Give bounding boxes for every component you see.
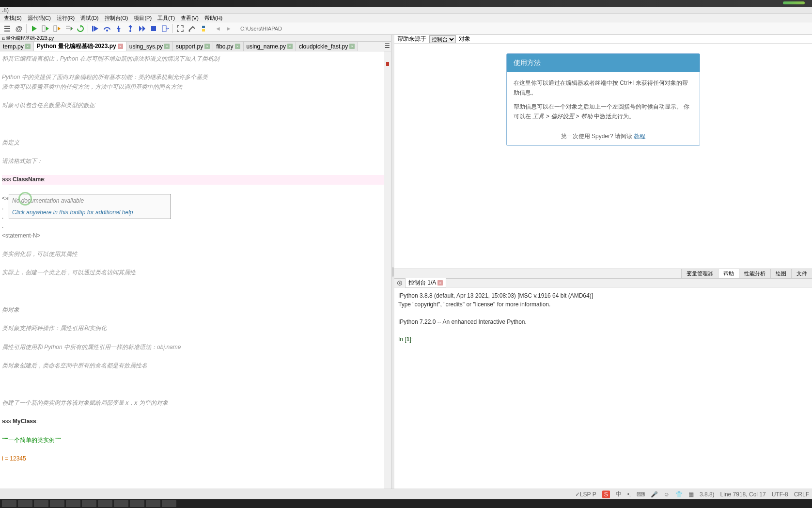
close-icon[interactable]: ×: [235, 44, 240, 49]
tab-files[interactable]: 文件: [791, 269, 812, 278]
help-card: 使用方法 在这里你可以通过在编辑器或者终端中按 Ctrl+I 来获得任何对象的帮…: [506, 53, 700, 146]
status-grid-icon[interactable]: ▦: [688, 491, 694, 498]
at-icon[interactable]: @: [14, 23, 24, 34]
file-tab-support[interactable]: support.py×: [173, 42, 213, 51]
file-tab-temp[interactable]: temp.py×: [0, 42, 34, 51]
menu-console[interactable]: 控制台(O): [102, 14, 131, 22]
tooltip-help-link[interactable]: Click anywhere in this tooltip for addit…: [12, 208, 168, 217]
taskbar-app[interactable]: [50, 500, 64, 507]
run-cell-icon[interactable]: [40, 23, 51, 34]
close-icon[interactable]: ×: [437, 280, 443, 286]
help-card-footer: 第一次使用 Spyder? 请阅读 教程: [507, 127, 700, 145]
console-tab[interactable]: 控制台 1/A×: [405, 278, 446, 288]
menu-help[interactable]: 帮助(H): [202, 14, 225, 22]
code-editor[interactable]: 和其它编程语言相比，Python 在尽可能不增加新的语法和语义的情况下加入了类机…: [0, 51, 391, 499]
close-icon[interactable]: ×: [204, 44, 210, 49]
taskbar-app[interactable]: [2, 500, 16, 507]
tab-help[interactable]: 帮助: [718, 269, 739, 278]
close-icon[interactable]: ×: [118, 44, 123, 49]
help-text-2: 帮助信息可以在一个对象之后加上一个左圆括号的时候自动显示。 你可以在 工具 > …: [514, 102, 693, 122]
step-over-icon[interactable]: [102, 23, 112, 34]
nav-forward-icon[interactable]: ►: [224, 25, 234, 32]
nav-back-icon[interactable]: ◄: [213, 25, 223, 32]
maximize-icon[interactable]: [175, 23, 186, 34]
menu-project[interactable]: 项目(P): [131, 14, 155, 22]
run-cell-advance-icon[interactable]: [52, 23, 62, 34]
file-tab-using-name[interactable]: using_name.py×: [244, 42, 296, 51]
list-icon[interactable]: [2, 23, 13, 34]
debug-exit-icon[interactable]: [160, 23, 171, 34]
tabs-menu-icon[interactable]: ☰: [385, 43, 390, 49]
scrollbar-track[interactable]: [384, 51, 391, 499]
help-header: 帮助来源于 控制台 对象: [394, 35, 812, 44]
stop-icon[interactable]: [148, 23, 159, 34]
file-tab-cloudpickle[interactable]: cloudpickle_fast.py×: [296, 42, 358, 51]
help-card-title: 使用方法: [507, 54, 700, 72]
svg-rect-6: [151, 26, 156, 31]
tab-variable-explorer[interactable]: 变量管理器: [681, 269, 718, 278]
settings-icon[interactable]: [187, 23, 197, 34]
debug-icon[interactable]: [90, 23, 101, 34]
close-icon[interactable]: ×: [349, 44, 355, 49]
menu-run[interactable]: 运行(R): [54, 14, 78, 22]
console-output[interactable]: IPython 3.8.8 (default, Apr 13 2021, 15:…: [394, 287, 812, 491]
help-source-select[interactable]: 控制台: [429, 35, 456, 43]
taskbar-app[interactable]: [162, 500, 176, 507]
taskbar-app[interactable]: [114, 500, 128, 507]
console-tab-bar: 控制台 1/A×: [394, 279, 812, 287]
status-lang[interactable]: 中: [616, 490, 622, 498]
status-mic-icon[interactable]: 🎤: [651, 491, 658, 498]
help-card-body: 在这里你可以通过在编辑器或者终端中按 Ctrl+I 来获得任何对象的帮助信息。 …: [507, 72, 700, 127]
status-ime-mode[interactable]: •‚: [627, 491, 631, 498]
taskbar-app[interactable]: [34, 500, 48, 507]
menu-view[interactable]: 查看(V): [178, 14, 202, 22]
status-keyboard-icon[interactable]: ⌨: [637, 491, 645, 498]
help-body: 使用方法 在这里你可以通过在编辑器或者终端中按 Ctrl+I 来获得任何对象的帮…: [394, 44, 812, 269]
file-tab-using-sys[interactable]: using_sys.py×: [126, 42, 173, 51]
main-area: a 量化编程基础-2023.py temp.py× Python 量化编程基础-…: [0, 35, 812, 499]
menu-debug[interactable]: 调试(D): [78, 14, 101, 22]
menu-search[interactable]: 查找(S): [1, 14, 25, 22]
file-tab-active[interactable]: Python 量化编程基础-2023.py×: [34, 42, 126, 51]
status-user-icon[interactable]: 👕: [675, 491, 683, 498]
file-tab-fibo[interactable]: fibo.py×: [213, 42, 243, 51]
status-bar: ✓LSP P S 中 •‚ ⌨ 🎤 ☺ 👕 ▦ 3.8.8) Line 7918…: [0, 489, 812, 499]
rerun-icon[interactable]: [75, 23, 86, 34]
svg-point-8: [189, 30, 190, 32]
separator: [88, 24, 88, 33]
menu-tools[interactable]: 工具(T): [155, 14, 178, 22]
taskbar-app[interactable]: [146, 500, 160, 507]
ime-indicator[interactable]: S: [602, 491, 610, 498]
right-pane: 帮助来源于 控制台 对象 使用方法 在这里你可以通过在编辑器或者终端中按 Ctr…: [394, 35, 812, 499]
status-encoding: UTF-8: [772, 491, 788, 498]
status-face-icon[interactable]: ☺: [664, 491, 670, 498]
taskbar-app[interactable]: [130, 500, 144, 507]
taskbar-app[interactable]: [98, 500, 112, 507]
taskbar-app[interactable]: [18, 500, 32, 507]
right-pane-tabs: 变量管理器 帮助 性能分析 绘图 文件: [394, 269, 812, 278]
working-dir-path[interactable]: C:\Users\HIAPAD: [237, 25, 285, 32]
status-eol: CRLF: [794, 491, 809, 498]
svg-rect-0: [42, 26, 45, 32]
tab-profiler[interactable]: 性能分析: [739, 269, 770, 278]
window-chrome-top: [0, 0, 812, 7]
taskbar-app[interactable]: [82, 500, 96, 507]
step-out-icon[interactable]: [125, 23, 136, 34]
os-taskbar[interactable]: [0, 499, 812, 508]
close-icon[interactable]: ×: [287, 44, 293, 49]
svg-rect-1: [54, 26, 57, 32]
run-icon[interactable]: [29, 23, 39, 34]
close-icon[interactable]: ×: [164, 44, 170, 49]
close-icon[interactable]: ×: [25, 44, 31, 49]
taskbar-app[interactable]: [66, 500, 80, 507]
menu-source[interactable]: 源代码(C): [25, 14, 54, 22]
doc-tooltip[interactable]: No documentation available Click anywher…: [9, 194, 171, 219]
python-icon[interactable]: [198, 23, 209, 34]
run-selection-icon[interactable]: [63, 23, 74, 34]
step-into-icon[interactable]: [113, 23, 124, 34]
continue-icon[interactable]: [137, 23, 147, 34]
help-object-label: 对象: [459, 35, 470, 43]
console-gear-icon[interactable]: [396, 280, 403, 286]
tutorial-link[interactable]: 教程: [634, 133, 645, 140]
tab-plot[interactable]: 绘图: [770, 269, 791, 278]
